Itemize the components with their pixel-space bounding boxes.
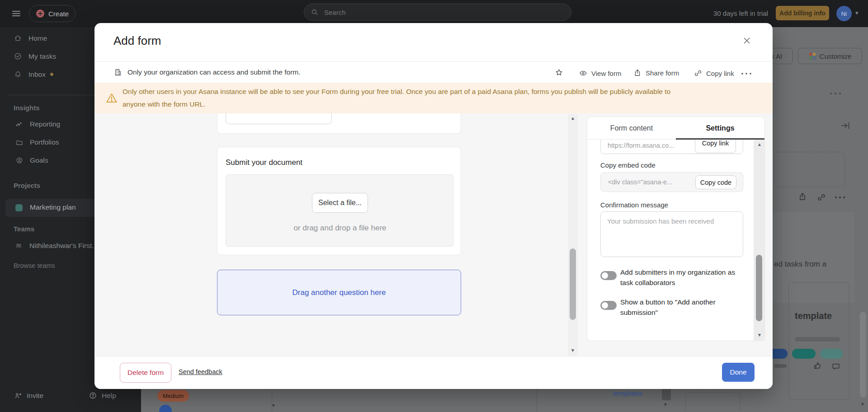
background-overflow-icon[interactable] (827, 90, 844, 97)
warning-triangle-icon (105, 92, 118, 104)
form-scrollbar-track[interactable]: ▲ ▼ (568, 114, 578, 356)
file-dropzone[interactable]: Select a file... or drag and drop a file… (226, 174, 453, 247)
customize-label: Customize (820, 52, 852, 60)
form-scrollbar-thumb[interactable] (570, 248, 576, 320)
toggle-add-submitters[interactable] (600, 271, 617, 280)
help-label: Help (102, 392, 116, 400)
background-scroll-down-icon[interactable]: ▼ (860, 402, 865, 407)
settings-scrollbar-track[interactable]: ▲ ▼ (754, 140, 764, 341)
toggle-add-another-submission[interactable] (600, 301, 617, 310)
inbox-unread-dot (50, 73, 53, 76)
templates-link[interactable]: templates (613, 389, 642, 397)
background-dots-icon[interactable] (834, 194, 847, 201)
settings-panel-content: https://form.asana.co... Copy link Copy … (587, 140, 764, 341)
header-divider (94, 61, 773, 62)
check-circle-icon (14, 52, 22, 61)
form-scroll-up-icon[interactable]: ▲ (571, 116, 575, 121)
copy-link-label: Copy link (706, 70, 734, 77)
search-bar[interactable] (304, 4, 571, 21)
template-pill-teal (792, 349, 816, 359)
link-icon (693, 69, 703, 78)
panel-scroll-down-icon[interactable]: ▼ (663, 403, 668, 407)
sidebar-item-home[interactable]: Home (14, 34, 47, 42)
question-card-attachment[interactable]: Submit your document Select a file... or… (217, 147, 461, 255)
toggle-add-submitters-label: Add submitters in my organization as tas… (620, 267, 741, 288)
sidebar-item-goals[interactable]: Goals (15, 156, 48, 164)
add-billing-button[interactable]: Add billing info (776, 6, 829, 20)
warning-text-line2: anyone with the form URL. (123, 98, 755, 111)
sidebar-item-label: My tasks (28, 52, 56, 61)
share-form-label: Share form (646, 69, 679, 77)
form-scroll-down-icon[interactable]: ▼ (571, 348, 575, 353)
trial-warning-banner: Only other users in your Asana instance … (94, 83, 773, 113)
confirmation-message-label: Confirmation message (600, 201, 668, 209)
sidebar-item-label: Portfolios (30, 138, 59, 146)
sidebar-item-portfolios[interactable]: Portfolios (15, 138, 59, 146)
background-scrollbar-thumb[interactable] (860, 312, 866, 398)
star-icon[interactable] (554, 68, 564, 77)
confirmation-message-input[interactable] (600, 211, 743, 257)
toggle-knob (602, 272, 608, 279)
browse-teams-link[interactable]: Browse teams (14, 262, 55, 269)
close-icon[interactable] (742, 36, 752, 46)
tab-form-content[interactable]: Form content (587, 117, 676, 139)
modal-footer: Delete form Send feedback Done (94, 356, 773, 389)
hamburger-menu-icon[interactable] (11, 8, 22, 19)
toggle-add-another-submission-label: Show a button to "Add another submission… (620, 297, 741, 318)
sidebar-section-projects[interactable]: Projects (14, 182, 40, 189)
background-share-icon[interactable] (797, 192, 807, 201)
account-caret-icon[interactable]: ▾ (855, 9, 859, 16)
avatar[interactable]: Ni (836, 6, 852, 21)
invite-button[interactable]: Invite (14, 391, 43, 400)
sidebar-item-reporting[interactable]: Reporting (15, 120, 60, 128)
thumbs-up-icon[interactable] (813, 360, 823, 370)
comment-bubble-icon[interactable] (831, 361, 841, 371)
send-feedback-link[interactable]: Send feedback (179, 368, 222, 375)
template-card[interactable]: template (788, 282, 849, 400)
settings-scroll-up-icon[interactable]: ▲ (757, 142, 762, 147)
form-builder-pane: Submit your document Select a file... or… (94, 113, 773, 356)
embed-code-value: <div class="asana-e... (608, 178, 672, 186)
tab-settings[interactable]: Settings (676, 117, 764, 139)
person-plus-icon (14, 391, 22, 400)
search-input[interactable] (323, 8, 551, 17)
organization-icon (113, 68, 123, 77)
people-icon (14, 241, 23, 250)
copy-url-button[interactable]: Copy link (695, 140, 736, 153)
toolbar-overflow-icon[interactable] (740, 71, 754, 76)
question-circle-icon (89, 391, 97, 400)
invite-label: Invite (27, 392, 43, 400)
done-button[interactable]: Done (722, 363, 755, 382)
customize-button[interactable]: Customize (798, 48, 862, 64)
sidebar-item-my-tasks[interactable]: My tasks (14, 52, 56, 61)
create-button[interactable]: Create (29, 5, 75, 22)
question-card-partial[interactable] (217, 113, 461, 134)
settings-scroll-down-icon[interactable]: ▼ (757, 333, 762, 337)
add-form-modal: Add form Only your organization can acce… (94, 23, 773, 389)
home-icon (14, 34, 22, 42)
question-input-partial[interactable] (226, 113, 332, 124)
delete-form-button[interactable]: Delete form (120, 363, 171, 383)
sidebar-item-inbox[interactable]: Inbox (14, 70, 53, 79)
collapse-panel-icon[interactable] (840, 120, 851, 131)
background-link-icon[interactable] (816, 192, 826, 202)
copy-link-button[interactable]: Copy link (693, 69, 734, 78)
modal-title: Add form (113, 34, 161, 48)
template-progress-bar (795, 337, 840, 342)
form-url-value: https://form.asana.co... (608, 142, 675, 149)
copy-code-button[interactable]: Copy code (695, 175, 736, 189)
sidebar-section-insights[interactable]: Insights (14, 104, 40, 112)
cell-caret-icon[interactable]: ▼ (271, 403, 276, 408)
line-chart-icon (15, 120, 24, 128)
settings-panel: Form content Settings https://form.asana… (587, 117, 765, 341)
select-file-button[interactable]: Select a file... (312, 193, 368, 213)
sidebar-item-label: Home (28, 34, 47, 42)
drag-question-target[interactable]: Drag another question here (217, 270, 461, 315)
help-button[interactable]: Help (89, 391, 116, 400)
view-form-button[interactable]: View form (579, 69, 621, 78)
template-pill-light-teal (820, 349, 843, 359)
create-button-label: Create (48, 10, 69, 18)
settings-scrollbar-thumb[interactable] (756, 255, 762, 321)
sidebar-section-teams[interactable]: Teams (14, 225, 34, 233)
share-form-button[interactable]: Share form (633, 68, 679, 77)
